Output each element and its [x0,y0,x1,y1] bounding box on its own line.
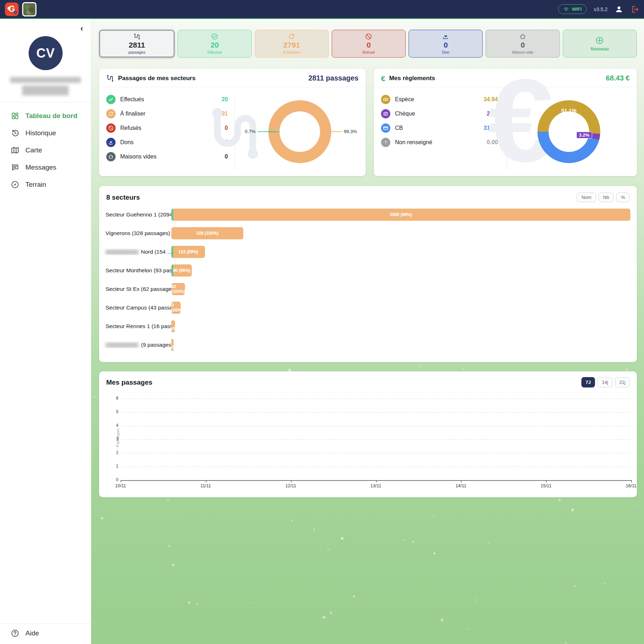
y-tick-label: 1 [108,464,118,469]
snow-dot [188,601,190,604]
payment-label: CB [395,125,477,131]
check-circle-icon [211,33,218,40]
user-icon[interactable] [615,5,623,14]
snow-dot [418,365,420,367]
secteur-bar[interactable]: 90 (96%) [171,264,192,277]
stat-card-don[interactable]: 0Don [409,30,483,58]
x-tick-label: 12/11 [285,483,296,488]
passages-status-list: Effectués20À finaliser2791Refusés0Dons0M… [106,92,228,164]
sidebar-item-dashboard[interactable]: Tableau de bord [0,107,91,125]
secteur-bar[interactable]: 9 (100%) [171,339,174,351]
sidebar-item-label: Tableau de bord [25,112,77,120]
snow-dot [196,603,199,605]
sort-button-nom[interactable]: Nom [577,192,596,202]
snow-dot [313,528,315,530]
y-tick-label: 5 [108,409,118,414]
hand-heart-icon [442,33,449,40]
map-thumbnail[interactable] [22,2,36,16]
secteur-bar[interactable]: 16 (100%) [171,320,175,332]
hand-heart-icon [106,138,116,147]
sidebar-item-history[interactable]: Historique [0,125,91,142]
y-tick-label: 3 [108,436,118,441]
snow-dot [353,595,355,597]
logout-icon[interactable] [630,5,639,14]
passage-status-label: Effectués [120,96,202,103]
stat-card--finaliser[interactable]: 2791À finaliser [255,30,329,58]
chart-title: Mes passages [106,379,152,386]
stat-card-nouveau[interactable]: Nouveau [563,30,637,58]
secteurs-bar-list: Secteur Guehenno 1 (2094 ...2080 (99%)Vi… [99,205,637,354]
gridline-y3 [121,439,631,440]
secteurs-card: 8 secteurs NomNb% Secteur Guehenno 1 (20… [99,186,637,362]
app-logo-icon[interactable]: G ✓ [5,3,19,16]
payment-row: Non renseigné0.00 € [381,135,503,150]
sidebar-item-map[interactable]: Carte [0,142,91,159]
stat-cards-row: 2811passages20Effectué2791À finaliser0Re… [99,30,637,58]
sidebar-item-chat[interactable]: Messages [0,159,91,176]
secteur-name-redacted [106,342,138,348]
secteur-bar[interactable]: 2080 (99%) [171,209,630,221]
stat-label: Effectué [208,50,222,54]
secteur-row: Secteur Monthelon (93 pas...90 (96%) [99,261,637,280]
secteur-label: Secteur Campus (43 passa... [99,304,171,311]
payment-row: Chèque2.22 € [381,107,503,121]
x-tick-mark [461,480,462,482]
y-tick-label: 6 [108,396,118,401]
stat-card-maison-vide[interactable]: 0Maison vide [486,30,560,58]
payment-label: Non renseigné [395,139,477,146]
y-tick-label: 4 [108,423,118,428]
secteur-bar-value: 90 (96%) [173,268,190,273]
payment-label: Espèce [395,96,477,103]
secteur-bar-zone: 153 (99%) [171,246,637,258]
secteur-label: Nord (154 ... [99,249,171,255]
refresh-icon [106,109,116,118]
stat-card-effectu-[interactable]: 20Effectué [177,30,252,58]
ban-icon [365,33,372,40]
donut-leader-line [331,131,342,132]
stat-label: passages [128,50,145,54]
question-glyph [383,140,389,145]
card-header: Passages de mes secteurs 2811 passages [99,69,366,87]
passage-status-row: Maisons vides0 [106,150,228,164]
range-button-21j[interactable]: 21j [615,377,630,387]
reglements-total: 68.43 € [606,74,630,82]
snow-dot [558,499,561,501]
secteur-bar-value: 153 (99%) [178,249,198,254]
passage-status-row: Refusés0 [106,121,228,135]
payment-value: 2.22 € [481,111,503,117]
secteur-bar[interactable]: 328 (100%) [171,227,243,239]
secteurs-title: 8 secteurs [106,194,140,201]
dashboard-icon [11,112,19,120]
passage-status-row: Effectués20 [106,92,228,107]
stat-value: 0 [367,41,371,49]
stat-card-refus-[interactable]: 0Refusé [332,30,406,58]
secteur-row: Secteur St Ex (62 passages)62 (100%) [99,280,637,298]
range-button-7j[interactable]: 7J [581,377,595,387]
secteur-label: Secteur Monthelon (93 pas... [99,267,171,274]
passage-status-value: 20 [206,96,228,103]
passage-status-value: 2791 [206,111,228,117]
sort-button-nb[interactable]: Nb [599,192,614,202]
sidebar-item-compass[interactable]: Terrain [0,176,91,193]
secteur-bar[interactable]: 153 (99%) [171,246,205,258]
sort-button-%[interactable]: % [616,192,630,202]
card-title: Mes règlements [389,75,435,82]
stat-label: Refusé [362,50,375,54]
secteur-bar-zone: 9 (100%) [171,339,637,351]
passage-status-row: Dons0 [106,135,228,150]
secteur-bar[interactable]: 43 (100%) [171,302,181,314]
sidebar-item-aide[interactable]: Aide [0,624,91,644]
range-button-14j[interactable]: 14j [597,377,612,387]
hand-heart-glyph [108,140,114,145]
stat-label: Nouveau [591,47,609,52]
x-tick-mark [376,480,377,482]
secteur-row: Vignerons (328 passages)328 (100%) [99,224,637,243]
sidebar-bottom: Aide [0,623,91,644]
x-tick-mark [546,480,547,482]
sidebar-item-label: Messages [25,164,57,171]
gridline-y5 [121,412,631,413]
secteur-bar-value: 62 (100%) [171,284,185,294]
sidebar-collapse-button[interactable]: ‹ [80,25,83,33]
stat-card-passages[interactable]: 2811passages [99,30,175,58]
secteur-bar[interactable]: 62 (100%) [171,283,185,295]
